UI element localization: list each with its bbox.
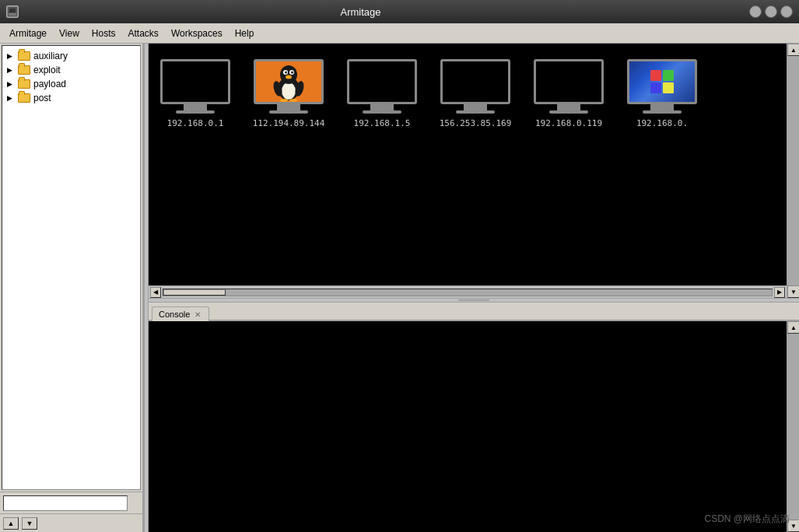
sidebar-bottom: ▲ ▼: [0, 513, 142, 532]
svg-point-10: [286, 75, 292, 79]
tree-label-post: post: [33, 93, 51, 103]
canvas-vscroll-track[interactable]: [787, 56, 799, 285]
title-bar-left: [6, 5, 19, 18]
scroll-up-button[interactable]: ▲: [3, 517, 19, 530]
monitor-screen-4: [440, 59, 510, 104]
monitor-stand-5: [557, 104, 580, 110]
menu-workspaces[interactable]: Workspaces: [165, 26, 229, 41]
canvas-and-scroll: 192.168.0.1: [149, 44, 799, 298]
title-bar: Armitage: [0, 0, 799, 23]
tree-arrow-post: ▶: [7, 94, 15, 102]
monitor-screen-6: [627, 59, 697, 104]
canvas-vscroll-down-button[interactable]: ▼: [787, 285, 799, 298]
menu-help[interactable]: Help: [229, 26, 261, 41]
minimize-button[interactable]: [749, 5, 762, 18]
tree-area[interactable]: ▶ auxiliary ▶ exploit ▶ payload ▶ post: [2, 45, 141, 490]
monitor-5: [534, 59, 604, 114]
svg-point-11: [280, 99, 288, 102]
tree-item-post[interactable]: ▶ post: [4, 91, 138, 105]
canvas-vscroll-up-button[interactable]: ▲: [787, 44, 799, 56]
tree-arrow-exploit: ▶: [7, 66, 15, 74]
win-pane-blue: [650, 82, 661, 93]
scroll-down-button[interactable]: ▼: [22, 517, 37, 530]
search-bar: [0, 492, 142, 513]
right-panel: 192.168.0.1: [149, 44, 799, 532]
svg-point-8: [285, 72, 287, 74]
host-label-6: 192.168.0.: [636, 118, 688, 128]
host-label-1: 192.168.0.1: [167, 118, 224, 128]
sidebar: ▶ auxiliary ▶ exploit ▶ payload ▶ post: [0, 44, 144, 532]
host-label-2: 112.194.89.144: [253, 118, 325, 128]
tree-item-exploit[interactable]: ▶ exploit: [4, 63, 138, 77]
monitor-3: [347, 59, 417, 114]
host-label-5: 192.168.0.119: [535, 118, 602, 128]
console-tab-close[interactable]: ✕: [193, 310, 202, 319]
title-bar-buttons[interactable]: [749, 5, 793, 18]
monitor-4: [440, 59, 510, 114]
monitor-6: [627, 59, 697, 114]
tree-label-payload: payload: [33, 79, 66, 89]
folder-icon-payload: [18, 79, 30, 89]
monitor-screen-1: [160, 59, 230, 104]
svg-rect-1: [9, 9, 16, 12]
svg-point-5: [280, 65, 297, 84]
host-item-4[interactable]: 156.253.85.169: [436, 59, 514, 128]
win-pane-yellow: [663, 82, 674, 93]
hscroll-right-button[interactable]: ▶: [774, 287, 785, 298]
tree-item-payload[interactable]: ▶ payload: [4, 77, 138, 91]
canvas-hscroll: ◀ ▶: [149, 285, 787, 298]
monitor-base-5: [549, 110, 588, 114]
monitor-stand-3: [370, 104, 394, 110]
svg-point-9: [291, 72, 293, 74]
search-input[interactable]: [3, 495, 128, 511]
monitor-base-4: [456, 110, 495, 114]
windows-logo: [650, 70, 674, 93]
monitor-stand-2: [277, 104, 300, 110]
monitor-stand-6: [650, 104, 674, 110]
svg-point-4: [282, 82, 296, 100]
console-tabs: Console ✕: [149, 303, 799, 321]
console-content-area: ▲ ▼: [149, 321, 799, 532]
hosts-container: 192.168.0.1: [149, 44, 787, 285]
host-item-6[interactable]: 192.168.0.: [623, 59, 701, 128]
folder-icon-exploit: [18, 65, 30, 75]
menu-bar: Armitage View Hosts Attacks Workspaces H…: [0, 23, 799, 44]
monitor-screen-2: [254, 59, 324, 104]
split-grip: [458, 299, 489, 301]
monitor-1: [160, 59, 230, 114]
close-button[interactable]: [780, 5, 793, 18]
tree-label-exploit: exploit: [33, 65, 61, 75]
console-vscroll-track[interactable]: [787, 334, 799, 520]
hscroll-track[interactable]: [163, 289, 773, 296]
hscroll-thumb[interactable]: [163, 289, 226, 296]
console-vscroll: ▲ ▼: [787, 321, 799, 532]
console-vscroll-up-button[interactable]: ▲: [787, 321, 799, 334]
monitor-base-2: [269, 110, 308, 114]
folder-icon-auxiliary: [18, 51, 30, 61]
menu-attacks[interactable]: Attacks: [122, 26, 165, 41]
tree-arrow-auxiliary: ▶: [7, 52, 15, 60]
win-pane-red: [650, 70, 661, 81]
console-tab-console[interactable]: Console ✕: [152, 306, 209, 321]
host-item-5[interactable]: 192.168.0.119: [530, 59, 608, 128]
tree-arrow-payload: ▶: [7, 80, 15, 88]
console-content[interactable]: [149, 321, 787, 532]
maximize-button[interactable]: [765, 5, 777, 18]
host-canvas[interactable]: 192.168.0.1: [149, 44, 787, 298]
tree-item-auxiliary[interactable]: ▶ auxiliary: [4, 49, 138, 63]
tree-label-auxiliary: auxiliary: [33, 51, 68, 61]
host-item-3[interactable]: 192.168.1.5: [343, 59, 421, 128]
title-bar-title: Armitage: [19, 6, 703, 18]
console-tab-label: Console: [159, 310, 190, 319]
monitor-2: [254, 59, 324, 114]
menu-armitage[interactable]: Armitage: [3, 26, 53, 41]
monitor-stand-1: [184, 104, 207, 110]
menu-view[interactable]: View: [53, 26, 86, 41]
host-label-3: 192.168.1.5: [354, 118, 411, 128]
host-item-1[interactable]: 192.168.0.1: [156, 59, 234, 128]
console-area: Console ✕ ▲ ▼: [149, 303, 799, 532]
menu-hosts[interactable]: Hosts: [86, 26, 122, 41]
host-item-2[interactable]: 112.194.89.144: [250, 59, 328, 128]
hscroll-left-button[interactable]: ◀: [150, 287, 161, 298]
win-pane-green: [663, 70, 674, 81]
